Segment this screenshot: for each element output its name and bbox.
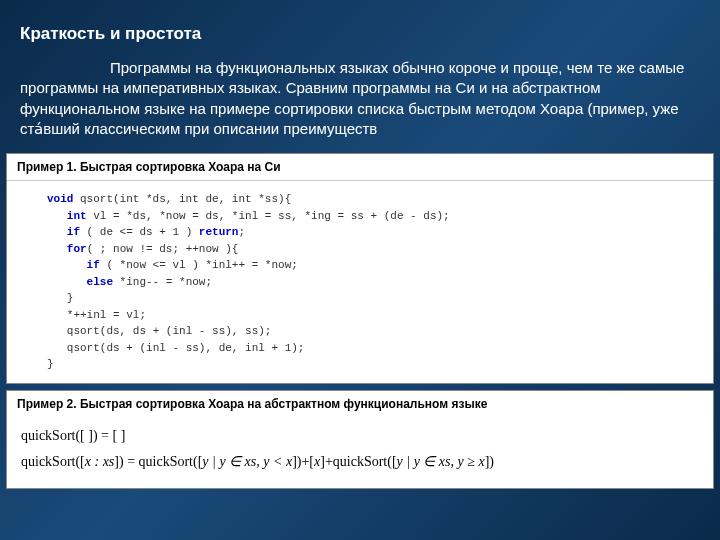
c-brace1: } xyxy=(67,292,74,304)
c-line-sig: qsort(int *ds, int de, int *ss){ xyxy=(73,193,291,205)
c-code-panel: Пример 1. Быстрая сортировка Хоара на Си… xyxy=(6,153,714,384)
m2e: ])+[ xyxy=(292,454,314,469)
m2h: y | y ∈ xs, y ≥ x xyxy=(397,454,485,469)
m2b: x : xs xyxy=(85,454,115,469)
keyword-else: else xyxy=(87,276,113,288)
c-line-for: ( ; now != ds; ++now ){ xyxy=(87,243,239,255)
keyword-return: return xyxy=(199,226,239,238)
c-panel-title: Пример 1. Быстрая сортировка Хоара на Си xyxy=(7,154,713,181)
m2d: y | y ∈ xs, y < x xyxy=(202,454,292,469)
m2a: quickSort([ xyxy=(21,454,85,469)
functional-body: quickSort([ ]) = [ ] quickSort([x : xs])… xyxy=(7,417,713,488)
keyword-for: for xyxy=(67,243,87,255)
math-line-2: quickSort([x : xs]) = quickSort([y | y ∈… xyxy=(21,449,699,476)
c-semi: ; xyxy=(238,226,245,238)
m2g: ]+quickSort([ xyxy=(320,454,396,469)
c-line-if: ( de <= ds + 1 ) xyxy=(80,226,199,238)
keyword-if2: if xyxy=(87,259,100,271)
keyword-void: void xyxy=(47,193,73,205)
c-brace2: } xyxy=(47,358,54,370)
c-call2: qsort(ds + (inl - ss), de, inl + 1); xyxy=(67,342,305,354)
functional-panel: Пример 2. Быстрая сортировка Хоара на аб… xyxy=(6,390,714,489)
c-line-innerelse: *ing-- = *now; xyxy=(113,276,212,288)
functional-panel-title: Пример 2. Быстрая сортировка Хоара на аб… xyxy=(7,391,713,417)
slide-header: Краткость и простота Программы на функци… xyxy=(0,0,720,147)
math-line-1: quickSort([ ]) = [ ] xyxy=(21,423,699,450)
c-line-innerif: ( *now <= vl ) *inl++ = *now; xyxy=(100,259,298,271)
c-assign: *++inl = vl; xyxy=(67,309,146,321)
c-call1: qsort(ds, ds + (inl - ss), ss); xyxy=(67,325,272,337)
intro-paragraph: Программы на функциональных языках обычн… xyxy=(20,58,700,139)
keyword-if: if xyxy=(67,226,80,238)
keyword-int: int xyxy=(67,210,87,222)
c-code-body: void qsort(int *ds, int de, int *ss){ in… xyxy=(7,181,713,383)
slide-title: Краткость и простота xyxy=(20,24,700,44)
m2c: ]) = quickSort([ xyxy=(114,454,202,469)
c-line-decl: vl = *ds, *now = ds, *inl = ss, *ing = s… xyxy=(87,210,450,222)
m2i: ]) xyxy=(485,454,494,469)
